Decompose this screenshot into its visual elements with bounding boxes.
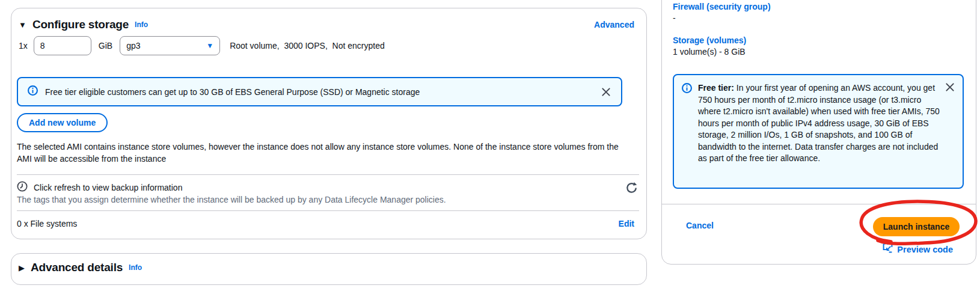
backup-info-description: The tags that you assign determine wheth…: [17, 195, 610, 204]
launch-instance-button[interactable]: Launch instance: [873, 217, 960, 236]
free-tier-note-text: Free tier: In your first year of opening…: [698, 82, 954, 165]
backup-info-title: Click refresh to view backup information: [34, 183, 182, 192]
chevron-down-icon: ▼: [206, 41, 213, 50]
add-new-volume-button[interactable]: Add new volume: [17, 113, 108, 132]
storage-volumes-value: 1 volume(s) - 8 GiB: [673, 47, 746, 57]
advanced-details-header: ▶ Advanced details Info: [19, 261, 634, 274]
divider: [17, 210, 639, 211]
divider: [17, 174, 639, 175]
volume-size-input[interactable]: [34, 36, 91, 55]
summary-panel: Firewall (security group) - Storage (vol…: [661, 0, 976, 265]
volume-type-select[interactable]: gp3 ▼: [120, 36, 220, 55]
advanced-details-title: Advanced details: [31, 261, 123, 274]
preview-code-icon: [883, 243, 893, 256]
clock-icon: [17, 181, 28, 194]
volume-row: 1x GiB gp3 ▼ Root volume, 3000 IOPS, Not…: [19, 36, 385, 55]
firewall-link[interactable]: Firewall (security group): [673, 2, 771, 11]
cancel-button[interactable]: Cancel: [686, 221, 714, 230]
close-icon[interactable]: [945, 82, 955, 93]
free-tier-note-lead: Free tier:: [698, 83, 734, 93]
configure-storage-card: ▼ Configure storage Info Advanced 1x GiB…: [11, 8, 647, 239]
refresh-icon[interactable]: [625, 182, 638, 196]
free-tier-note: Free tier: In your first year of opening…: [673, 74, 964, 189]
ami-note-text: The selected AMI contains instance store…: [17, 141, 622, 165]
volume-description: Root volume, 3000 IOPS, Not encrypted: [230, 41, 385, 51]
free-tier-note-body: In your first year of opening an AWS acc…: [698, 83, 940, 163]
backup-info-row: Click refresh to view backup information: [17, 181, 182, 194]
caret-down-icon[interactable]: ▼: [19, 20, 26, 29]
caret-right-icon[interactable]: ▶: [19, 263, 25, 272]
info-link[interactable]: Info: [135, 20, 148, 29]
edit-link[interactable]: Edit: [619, 219, 634, 228]
footer-divider: [662, 204, 976, 204]
close-icon[interactable]: [601, 87, 611, 97]
preview-code-row[interactable]: Preview code: [883, 243, 953, 256]
info-icon: [682, 83, 692, 96]
advanced-details-card: ▶ Advanced details Info: [11, 253, 647, 285]
info-icon: [28, 85, 38, 98]
file-systems-label: 0 x File systems: [17, 219, 77, 228]
info-link[interactable]: Info: [129, 263, 142, 272]
free-tier-banner-text: Free tier eligible customers can get up …: [45, 87, 420, 97]
volume-unit-label: GiB: [99, 41, 112, 51]
volume-multiplier-label: 1x: [19, 41, 28, 51]
page-title: Configure storage: [32, 18, 129, 31]
configure-storage-header: ▼ Configure storage Info Advanced: [19, 18, 634, 31]
storage-volumes-link[interactable]: Storage (volumes): [673, 35, 746, 45]
file-systems-row: 0 x File systems Edit: [17, 219, 634, 228]
advanced-link[interactable]: Advanced: [594, 20, 634, 29]
firewall-value: -: [673, 13, 676, 23]
preview-code-label: Preview code: [897, 245, 953, 254]
volume-type-value: gp3: [126, 41, 140, 51]
free-tier-banner: Free tier eligible customers can get up …: [17, 77, 622, 106]
